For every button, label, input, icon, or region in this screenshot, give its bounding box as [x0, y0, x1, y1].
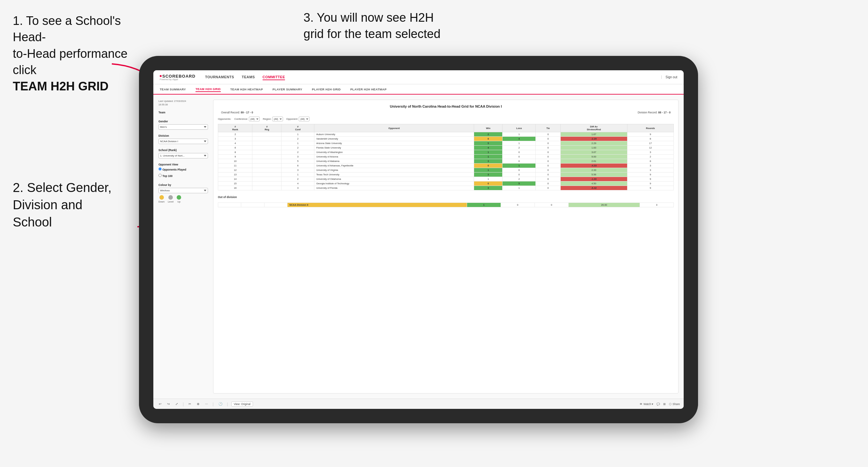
cell-opponent: Texas Tech University — [314, 173, 474, 177]
radio-opponents-played[interactable]: Opponents Played — [158, 167, 208, 171]
cell-win: 1 — [474, 155, 502, 159]
cell-opponent: University of Alabama — [314, 159, 474, 163]
tablet-screen: SCOREBOARD Powered by clippd TOURNAMENTS… — [153, 70, 684, 409]
cell-opponent: University of Florida — [314, 186, 474, 190]
colour-level-label: Level — [168, 200, 174, 203]
colour-down-dot — [159, 195, 164, 200]
colour-level: Level — [168, 195, 174, 203]
cell-reg — [252, 137, 281, 141]
colour-level-dot — [168, 195, 173, 200]
more-button[interactable]: ··· — [204, 402, 209, 406]
conference-select[interactable]: (All) — [249, 117, 260, 121]
cell-diff: 1.67 — [560, 132, 627, 137]
clock-button[interactable]: 🕐 — [217, 402, 224, 406]
radio-top100[interactable]: Top 100 — [158, 174, 208, 178]
cell-tie: 0 — [536, 146, 560, 150]
logo: SCOREBOARD Powered by clippd — [160, 74, 195, 81]
view-label: View: Original — [234, 403, 250, 406]
cell-reg — [252, 186, 281, 190]
grid-button[interactable]: ⊞ — [663, 403, 666, 406]
annotation-1: 1. To see a School's Head- to-Head perfo… — [13, 13, 147, 95]
colour-select[interactable]: Win/loss — [158, 188, 208, 193]
sign-out-button[interactable]: Sign out — [661, 75, 677, 79]
nav-tournaments[interactable]: TOURNAMENTS — [205, 74, 234, 80]
expand-button[interactable]: ⤢ — [174, 402, 180, 406]
cell-win: 1 — [474, 177, 502, 181]
table-row: 15 4 Georgia Institute of Technology 0 5… — [218, 181, 674, 186]
sep1: | — [183, 402, 184, 406]
colour-up-dot — [177, 195, 181, 200]
ood-loss: 0 — [501, 203, 534, 207]
gender-select[interactable]: Men's — [158, 124, 208, 130]
cell-loss: 0 — [502, 155, 536, 159]
eye-icon: 👁 — [640, 403, 643, 406]
cell-opponent: University of Washington — [314, 150, 474, 155]
colour-down-label: Down — [158, 200, 164, 203]
cell-diff: 9.00 — [560, 155, 627, 159]
view-button[interactable]: View: Original — [231, 402, 253, 407]
cell-reg — [252, 146, 281, 150]
cell-tie: 0 — [536, 137, 560, 141]
nav-committee[interactable]: COMMITTEE — [262, 74, 285, 80]
cut-button[interactable]: ✂ — [187, 402, 193, 406]
redo-button[interactable]: ↪ — [165, 402, 171, 406]
add-button[interactable]: ⊕ — [195, 402, 201, 406]
cell-rank: 9 — [218, 155, 252, 159]
table-row: 6 2 Florida State University 4 2 0 1.83 … — [218, 146, 674, 150]
opponent-view-radio-group: Opponents Played Top 100 — [158, 167, 208, 179]
colour-up-label: Up — [177, 200, 181, 203]
cell-rank: 11 — [218, 163, 252, 168]
cell-reg — [252, 155, 281, 159]
cell-opponent: Georgia Institute of Technology — [314, 181, 474, 186]
cell-conf: 1 — [281, 173, 314, 177]
grid-records: Overall Record: 89 - 17 - 0 Division Rec… — [218, 111, 674, 114]
col-rank: #Rank — [218, 124, 252, 132]
cell-rank: 3 — [218, 137, 252, 141]
sub-nav-team-summary[interactable]: TEAM SUMMARY — [160, 87, 186, 92]
cell-tie: 0 — [536, 141, 560, 146]
cell-rounds: 8 — [627, 159, 674, 163]
share-icon: ⬡ — [669, 403, 672, 406]
opponent-select[interactable]: (All) — [299, 117, 310, 121]
radio-top100-input[interactable] — [158, 174, 162, 177]
undo-button[interactable]: ↩ — [157, 402, 163, 406]
cell-rank: 10 — [218, 159, 252, 163]
sub-nav-player-h2h-grid[interactable]: PLAYER H2H GRID — [312, 87, 341, 92]
cell-rounds: 9 — [627, 173, 674, 177]
sub-nav-player-h2h-heatmap[interactable]: PLAYER H2H HEATMAP — [350, 87, 386, 92]
radio-opponents-played-input[interactable] — [158, 167, 162, 170]
table-row: 14 2 University of Oklahoma 1 2 0 -1.00 … — [218, 177, 674, 181]
cell-rank: 12 — [218, 168, 252, 173]
school-section: School (Rank) 1. University of Nort... — [158, 149, 208, 158]
school-select[interactable]: 1. University of Nort... — [158, 153, 208, 158]
filter-row: Opponents: Conference (All) Region (All) — [218, 117, 674, 121]
region-filter: Region (All) — [263, 117, 283, 121]
cell-reg — [252, 181, 281, 186]
annotation-2: 2. Select Gender, Division and School — [13, 179, 134, 230]
watch-button[interactable]: 👁 Watch ▾ — [640, 403, 653, 406]
opponent-filter: Opponent (All) — [286, 117, 310, 121]
sub-nav-team-h2h-heatmap[interactable]: TEAM H2H HEATMAP — [230, 87, 263, 92]
cell-reg — [252, 132, 281, 137]
cell-win: 3 — [474, 159, 502, 163]
cell-tie: 0 — [536, 181, 560, 186]
division-record: Division Record: 88 - 17 - 0 — [638, 111, 671, 114]
table-row: 8 2 University of Washington 1 0 0 3.67 … — [218, 150, 674, 155]
table-row: 12 3 University of Virginia 1 0 0 2.33 3 — [218, 168, 674, 173]
comment-button[interactable]: 💬 — [656, 403, 660, 406]
nav-teams[interactable]: TEAMS — [242, 74, 255, 80]
division-section: Division NCAA Division I — [158, 134, 208, 144]
cell-win: 3 — [474, 173, 502, 177]
cell-loss: 2 — [502, 177, 536, 181]
region-select[interactable]: (All) — [272, 117, 283, 121]
share-button[interactable]: ⬡ Share — [669, 403, 680, 406]
cell-win: 1 — [474, 168, 502, 173]
cell-opponent: University of Arkansas, Fayetteville — [314, 163, 474, 168]
sub-nav-player-summary[interactable]: PLAYER SUMMARY — [273, 87, 302, 92]
toolbar-right: 👁 Watch ▾ 💬 ⊞ ⬡ Share — [640, 403, 680, 406]
opponent-view-section: Opponent View Opponents Played Top 100 — [158, 163, 208, 179]
grid-area: University of North Carolina Head-to-Hea… — [213, 100, 679, 394]
sub-nav-team-h2h-grid[interactable]: TEAM H2H GRID — [195, 87, 221, 92]
timestamp: Last Updated: 27/03/2024 16:55:38 — [158, 100, 208, 106]
division-select[interactable]: NCAA Division I — [158, 138, 208, 144]
